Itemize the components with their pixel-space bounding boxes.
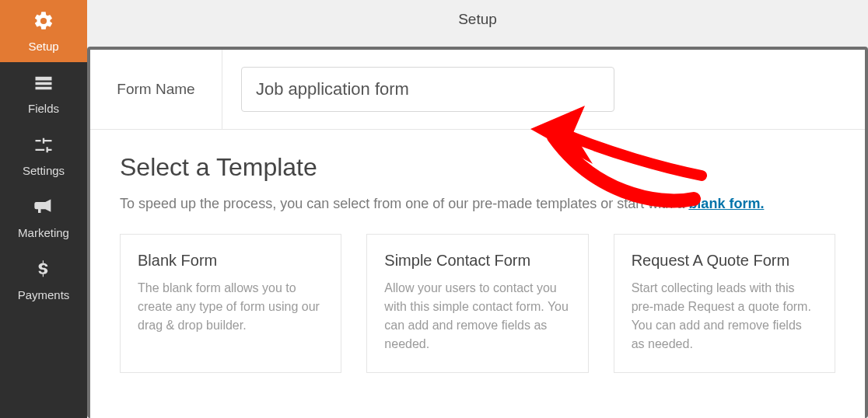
card-desc: The blank form allows you to create any … xyxy=(138,279,324,335)
panel: Form Name Select a Template To speed up … xyxy=(90,50,865,418)
template-card-contact[interactable]: Simple Contact Form Allow your users to … xyxy=(366,234,588,373)
sidebar-item-label: Fields xyxy=(28,102,59,115)
section-title: Select a Template xyxy=(120,153,835,182)
card-title: Blank Form xyxy=(138,252,324,270)
sidebar-item-label: Marketing xyxy=(18,226,69,239)
dollar-icon xyxy=(31,259,56,284)
form-name-row: Form Name xyxy=(90,50,865,130)
sidebar-item-label: Settings xyxy=(23,164,65,177)
sidebar-item-label: Setup xyxy=(28,40,58,53)
card-title: Simple Contact Form xyxy=(384,252,570,270)
panel-wrap: Form Name Select a Template To speed up … xyxy=(87,39,868,418)
topbar: Setup xyxy=(87,0,868,39)
lead-text: To speed up the process, you can select … xyxy=(120,196,688,211)
section-lead: To speed up the process, you can select … xyxy=(120,196,835,212)
sidebar: Setup Fields Settings Marketing Payments xyxy=(0,0,87,418)
sliders-icon xyxy=(31,134,56,159)
template-card-quote[interactable]: Request A Quote Form Start collecting le… xyxy=(614,234,835,373)
sidebar-item-fields[interactable]: Fields xyxy=(0,62,87,124)
card-desc: Start collecting leads with this pre-mad… xyxy=(632,279,817,354)
card-desc: Allow your users to contact you with thi… xyxy=(384,279,570,354)
page-title: Setup xyxy=(458,11,497,28)
sidebar-item-settings[interactable]: Settings xyxy=(0,124,87,186)
card-title: Request A Quote Form xyxy=(632,252,817,270)
sidebar-item-setup[interactable]: Setup xyxy=(0,0,87,62)
blank-form-link[interactable]: blank form. xyxy=(688,196,764,211)
sidebar-item-payments[interactable]: Payments xyxy=(0,249,87,311)
main-area: Setup Form Name Select a Template To spe… xyxy=(87,0,868,418)
template-cards: Blank Form The blank form allows you to … xyxy=(120,234,835,373)
form-name-input[interactable] xyxy=(241,67,614,112)
sidebar-item-marketing[interactable]: Marketing xyxy=(0,186,87,249)
form-name-label: Form Name xyxy=(90,50,222,129)
gear-icon xyxy=(31,10,56,35)
template-section: Select a Template To speed up the proces… xyxy=(90,130,865,396)
list-icon xyxy=(31,72,56,97)
bullhorn-icon xyxy=(31,197,56,221)
sidebar-item-label: Payments xyxy=(18,288,70,301)
template-card-blank[interactable]: Blank Form The blank form allows you to … xyxy=(120,234,341,373)
